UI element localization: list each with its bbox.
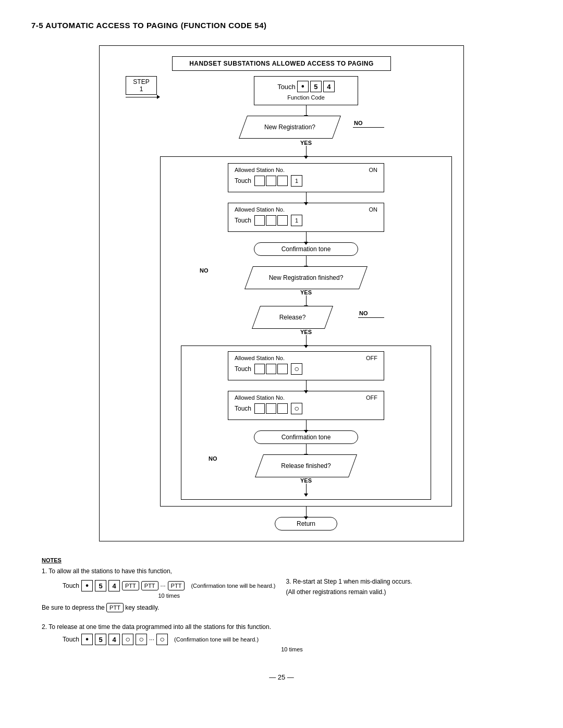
off-label-1: OFF — [366, 355, 377, 361]
note2-touch-row: Touch • 5 4 ○ ○ ··· ○ (Confirmation tone… — [63, 634, 521, 645]
note2-off1: ○ — [122, 634, 133, 645]
no-label-2: NO — [209, 455, 217, 462]
step1-box: STEP 1 — [126, 76, 157, 95]
note1-confirm: (Confirmation tone will be heard.) — [191, 583, 275, 589]
arrow-11 — [306, 484, 307, 494]
touch-label-3: Touch — [235, 365, 251, 373]
on-key-box-1: 1 — [291, 175, 302, 187]
new-reg-finished-diamond: New Registration finished? — [249, 266, 363, 289]
note2-text: 2. To release at one time the data progr… — [42, 623, 521, 631]
on-key-box-2: 1 — [291, 215, 302, 226]
allowed-station-label-3: Allowed Station No. — [235, 355, 285, 361]
three-boxes-2 — [254, 215, 288, 226]
page-title: 7-5 AUTOMATIC ACCESS TO PAGING (FUNCTION… — [31, 21, 532, 30]
three-boxes-3 — [254, 364, 288, 374]
key-5: 5 — [310, 81, 322, 92]
bullet-key: • — [297, 81, 309, 92]
no-label-1: NO — [200, 267, 209, 274]
note1-dots: ··· — [161, 582, 166, 589]
touch-keys: Touch • 5 4 — [262, 81, 350, 92]
sq10 — [254, 403, 265, 414]
allowed-station-label-2: Allowed Station No. — [235, 206, 285, 213]
note3-sub: (All other registrations remain valid.) — [286, 588, 412, 596]
sq5 — [266, 215, 276, 226]
off-label-2: OFF — [366, 394, 377, 401]
key-4: 4 — [323, 81, 335, 92]
note2-confirm: (Confirmation tone will be heard.) — [174, 636, 259, 643]
allowed-station-label-4: Allowed Station No. — [235, 394, 285, 401]
three-boxes-4 — [254, 403, 288, 414]
note1-text: 1. To allow all the stations to have thi… — [42, 567, 521, 575]
page-number: — 25 — — [31, 673, 532, 681]
touch-label: Touch — [277, 83, 296, 91]
note2-key5: 5 — [95, 634, 106, 645]
new-registration-diamond: New Registration? — [243, 116, 337, 139]
sq4 — [254, 215, 265, 226]
flowchart-container: HANDSET SUBSTATIONS ALLOWED ACCESS TO PA… — [99, 45, 464, 541]
touch-label-4: Touch — [235, 405, 251, 412]
note1-key5: 5 — [95, 580, 106, 591]
note-1: 1. To allow all the stations to have thi… — [42, 567, 521, 615]
touch-label-1: Touch — [235, 177, 251, 184]
arrow-3 — [306, 192, 307, 203]
arrow-2 — [306, 146, 307, 156]
release-yes-section: Allowed Station No. OFF Touch — [181, 346, 431, 500]
yes-label-1: YES — [300, 140, 312, 146]
off-key-box-2: ○ — [291, 403, 302, 414]
arrow-8 — [306, 380, 307, 391]
release-diamond: Release? — [256, 306, 329, 329]
note2-bullet: • — [81, 634, 93, 645]
sq12 — [277, 403, 288, 414]
sq3 — [277, 176, 288, 186]
release-finished-diamond: Release finished? — [259, 454, 353, 477]
note2-touch-label: Touch — [63, 636, 79, 643]
yes-label-2: YES — [300, 289, 312, 295]
note1-ptt-note: Be sure to depress the PTT key steadily. — [42, 603, 275, 612]
top-banner: HANDSET SUBSTATIONS ALLOWED ACCESS TO PA… — [172, 56, 391, 71]
station-block-off-2: Allowed Station No. OFF Touch — [228, 391, 384, 420]
note1-ptt1: PTT — [122, 581, 139, 590]
touch-label-2: Touch — [235, 217, 251, 224]
note2-offn: ○ — [156, 634, 168, 645]
sq2 — [266, 176, 276, 186]
arrow-9 — [306, 420, 307, 430]
notes-section: NOTES 1. To allow all the stations to ha… — [31, 557, 532, 652]
station-block-on-1: Allowed Station No. ON Touch 1 — [228, 163, 384, 192]
station-block-off-1: Allowed Station No. OFF Touch — [228, 351, 384, 380]
arrow-6 — [306, 295, 307, 306]
station-block-on-2: Allowed Station No. ON Touch 1 — [228, 203, 384, 232]
sq11 — [266, 403, 276, 414]
sq8 — [266, 364, 276, 374]
note2-times: 10 times — [63, 646, 521, 652]
sq9 — [277, 364, 288, 374]
arrow-5 — [306, 256, 307, 266]
note3-text: 3. Re-start at Step 1 when mis-dialing o… — [286, 578, 412, 585]
three-boxes-1 — [254, 176, 288, 186]
yes-label-3: YES — [300, 329, 312, 335]
arrow-4 — [306, 232, 307, 242]
yes-section: Allowed Station No. ON Touch 1 — [160, 156, 452, 507]
arrow-1 — [306, 105, 307, 116]
function-code-label: Function Code — [262, 94, 350, 101]
note1-touch-row: Touch • 5 4 PTT PTT ··· PTT (Confirmatio… — [63, 580, 275, 591]
note2-off2: ○ — [136, 634, 147, 645]
sq1 — [254, 176, 265, 186]
note1-touch-label: Touch — [63, 582, 79, 589]
note2-key4: 4 — [108, 634, 120, 645]
notes-title: NOTES — [42, 557, 521, 563]
note-2: 2. To release at one time the data progr… — [42, 623, 521, 652]
note2-dots: ··· — [149, 636, 154, 643]
note1-key4: 4 — [108, 580, 120, 591]
arrow-7 — [306, 335, 307, 346]
note1-times: 10 times — [63, 593, 275, 599]
touch-function-code-block: Touch • 5 4 Function Code — [254, 76, 358, 105]
arrow-10 — [306, 444, 307, 454]
sq6 — [277, 215, 288, 226]
on-label-1: ON — [369, 167, 378, 173]
allowed-station-label-1: Allowed Station No. — [235, 167, 285, 173]
arrow-12 — [306, 507, 307, 517]
yes-label-4: YES — [300, 477, 312, 484]
sq7 — [254, 364, 265, 374]
note1-pttn: PTT — [168, 581, 185, 590]
note1-ptt2: PTT — [141, 581, 158, 590]
